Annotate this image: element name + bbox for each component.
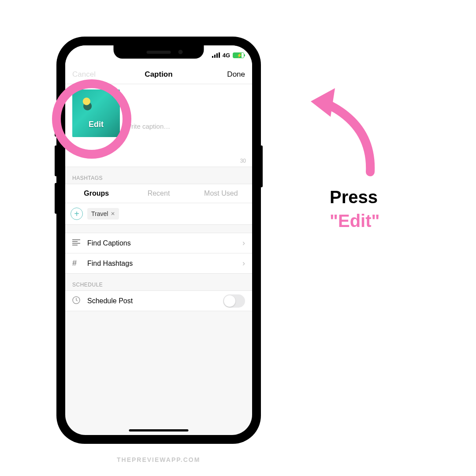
row-label: Find Hashtags	[87, 260, 133, 268]
svg-rect-2	[216, 53, 218, 58]
charging-icon: ⚡	[237, 53, 242, 58]
caption-input[interactable]	[125, 89, 245, 161]
hash-icon: #	[72, 259, 80, 268]
chip-label: Travel	[91, 210, 108, 217]
front-camera	[178, 50, 183, 54]
watermark: THEPREVIEWAPP.COM	[117, 456, 200, 463]
tools-list: Find Captions › # Find Hashtags ›	[65, 233, 252, 274]
network-label: 4G	[223, 52, 230, 59]
svg-rect-0	[212, 56, 213, 58]
power-button	[260, 145, 263, 187]
speaker-grille	[147, 51, 171, 54]
signal-icon	[212, 52, 220, 58]
hashtag-counter: 30	[240, 158, 246, 164]
volume-up	[55, 145, 57, 176]
nav-bar: Cancel Caption Done	[65, 65, 252, 84]
hashtag-chip-travel[interactable]: Travel ✕	[87, 208, 119, 219]
caption-section: Edit 30	[65, 84, 252, 167]
schedule-list: Schedule Post	[65, 290, 252, 311]
instruction-arrow	[304, 84, 383, 182]
play-icon	[113, 92, 117, 97]
row-label: Find Captions	[87, 239, 131, 247]
cancel-button[interactable]: Cancel	[72, 70, 96, 79]
hashtags-section-label: HASHTAGS	[65, 167, 252, 184]
find-captions-row[interactable]: Find Captions ›	[65, 233, 252, 253]
tab-recent[interactable]: Recent	[127, 184, 190, 203]
battery-icon: ⚡	[233, 52, 244, 58]
instruction-line1: Press	[330, 185, 379, 209]
phone-frame: 4G ⚡ Cancel Caption Done Edit 30 HASHTAG…	[57, 37, 260, 443]
instruction-text: Press "Edit"	[330, 185, 379, 233]
media-thumbnail[interactable]: Edit	[72, 89, 120, 137]
clock-icon	[72, 296, 80, 306]
mute-switch	[55, 119, 57, 137]
svg-rect-3	[219, 52, 220, 58]
row-label: Schedule Post	[87, 297, 133, 305]
schedule-post-row[interactable]: Schedule Post	[65, 291, 252, 311]
volume-down	[55, 183, 57, 214]
add-hashtag-group-button[interactable]: +	[71, 208, 83, 220]
thumbnail-edit-label: Edit	[89, 120, 104, 129]
chevron-right-icon: ›	[242, 259, 245, 268]
plus-icon: +	[74, 209, 79, 218]
chevron-right-icon: ›	[242, 238, 245, 248]
tab-groups[interactable]: Groups	[65, 184, 127, 203]
hashtag-tabs: Groups Recent Most Used	[65, 184, 252, 203]
schedule-toggle[interactable]	[223, 294, 245, 308]
tab-most-used[interactable]: Most Used	[190, 184, 252, 203]
instruction-line2: "Edit"	[330, 209, 379, 233]
done-button[interactable]: Done	[227, 70, 245, 79]
find-hashtags-row[interactable]: # Find Hashtags ›	[65, 253, 252, 274]
home-indicator[interactable]	[129, 429, 189, 431]
phone-screen: 4G ⚡ Cancel Caption Done Edit 30 HASHTAG…	[65, 45, 252, 435]
hashtag-chip-row: + Travel ✕	[65, 203, 252, 225]
remove-chip-icon[interactable]: ✕	[111, 211, 115, 217]
svg-rect-1	[214, 55, 216, 58]
phone-notch	[114, 45, 204, 59]
schedule-section-label: SCHEDULE	[65, 274, 252, 290]
paragraph-icon	[72, 239, 80, 247]
